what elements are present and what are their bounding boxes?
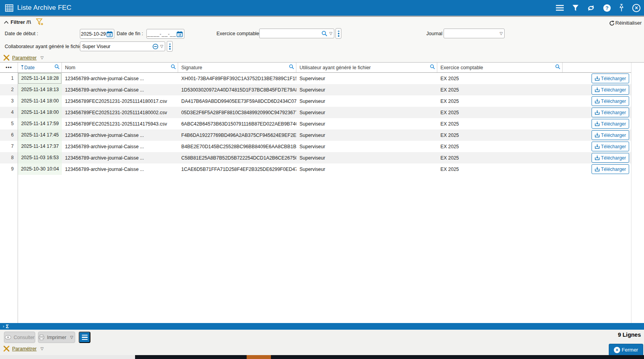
- download-button[interactable]: Télécharger: [592, 164, 629, 174]
- grid-icon: [5, 4, 13, 12]
- table-row[interactable]: 6 2025-11-14 17:45 123456789-archive-jou…: [0, 129, 631, 141]
- filter-add-icon[interactable]: [36, 18, 43, 27]
- row-number: 2: [0, 84, 18, 95]
- download-button[interactable]: Télécharger: [592, 74, 629, 83]
- reset-button[interactable]: Réinitialiser: [609, 20, 642, 26]
- chevron-down-icon[interactable]: ▽: [39, 346, 45, 351]
- download-button[interactable]: Télécharger: [592, 142, 629, 151]
- download-button[interactable]: Télécharger: [592, 119, 629, 129]
- close-icon: ×: [614, 347, 620, 353]
- footer-menu-button[interactable]: [79, 332, 90, 343]
- chevron-down-icon[interactable]: ▽: [328, 31, 334, 36]
- column-header-nom[interactable]: Nom: [62, 63, 178, 72]
- cell-date[interactable]: 2025-10-30 10:04: [18, 163, 62, 175]
- date-fin-input[interactable]: ____-__-__ 15: [146, 29, 184, 39]
- cell-date[interactable]: 2025-11-14 17:37: [18, 141, 62, 152]
- exercice-more-button[interactable]: [336, 28, 341, 39]
- cell-exercice: EX 2025: [437, 133, 563, 138]
- exercice-input[interactable]: ▽: [259, 29, 334, 38]
- minus-circle-icon[interactable]: [152, 43, 159, 50]
- download-button[interactable]: Télécharger: [592, 153, 629, 163]
- tools-icon: [3, 345, 10, 352]
- table-row[interactable]: 3 2025-11-14 18:00 123456789FEC20251231-…: [0, 95, 631, 107]
- cell-date[interactable]: 2025-11-14 18:00: [18, 95, 62, 107]
- sort-indicator: 1: [21, 65, 23, 70]
- column-header-utilisateur[interactable]: Utilisateur ayant généré le fichier: [296, 63, 437, 72]
- cell-signature: C58B81E25A8B7B52D5B722254DCD1A2B6CE26750…: [178, 155, 296, 161]
- pin-icon[interactable]: [619, 4, 624, 12]
- cell-date[interactable]: 2025-11-14 18:28: [18, 73, 62, 84]
- printer-icon: [38, 334, 45, 340]
- search-icon[interactable]: [54, 64, 60, 71]
- filter-header[interactable]: Filtrer /!\: [4, 19, 31, 25]
- journal-input[interactable]: ▽: [444, 29, 505, 38]
- search-icon[interactable]: [321, 31, 328, 37]
- collaborateur-more-button[interactable]: [167, 41, 173, 52]
- download-button[interactable]: Télécharger: [592, 85, 629, 95]
- cell-signature: DA417B6A9ABDD99405EE73F59A8DCD6D2434C071…: [178, 99, 296, 104]
- close-icon[interactable]: ×: [632, 4, 640, 12]
- table-body: 1 2025-11-14 18:28 123456789-archive-jou…: [0, 73, 631, 175]
- table-row[interactable]: 9 2025-10-30 10:04 123456789-archive-jou…: [0, 163, 631, 175]
- imprimer-button[interactable]: Imprimer ▽: [38, 332, 75, 343]
- cell-utilisateur: Superviseur: [296, 167, 437, 172]
- summary-bar[interactable]: › Σ: [0, 323, 644, 330]
- footer-parametrer-link[interactable]: Paramétrer ▽: [3, 345, 45, 352]
- cell-date[interactable]: 2025-11-14 18:13: [18, 84, 62, 95]
- collaborateur-input[interactable]: Super Viseur ▽: [80, 41, 165, 51]
- cell-date[interactable]: 2025-11-14 17:45: [18, 129, 62, 141]
- date-debut-input[interactable]: 2025-10-29 15: [80, 29, 114, 39]
- chevron-down-icon[interactable]: ▽: [39, 56, 45, 60]
- cell-exercice: EX 2025: [437, 155, 563, 161]
- cell-exercice: EX 2025: [437, 99, 563, 104]
- chevron-down-icon[interactable]: ▽: [498, 31, 504, 36]
- download-button[interactable]: Télécharger: [592, 96, 629, 106]
- consulter-button[interactable]: Consulter: [4, 332, 35, 343]
- filter-panel: Filtrer /!\ Réinitialiser Date de début …: [0, 17, 644, 63]
- fermer-button[interactable]: × Fermer: [609, 344, 643, 356]
- footer-toolbar: Consulter Imprimer ▽ 9 Lignes Paramétrer…: [0, 330, 644, 355]
- table-row[interactable]: 2 2025-11-14 18:13 123456789-archive-jou…: [0, 84, 631, 95]
- refresh-icon[interactable]: [587, 4, 595, 12]
- table-row[interactable]: 5 2025-11-14 17:59 123456789FEC20251231-…: [0, 118, 631, 129]
- taskbar-dark-segment: [135, 355, 644, 359]
- row-number: 1: [0, 73, 18, 84]
- cell-date[interactable]: 2025-11-03 16:53: [18, 152, 62, 163]
- column-header-signature[interactable]: Signature: [178, 63, 296, 72]
- calendar-icon[interactable]: 15: [106, 31, 113, 37]
- table-row[interactable]: 4 2025-11-14 18:00 123456789FEC20251231-…: [0, 107, 631, 118]
- calendar-icon[interactable]: 15: [177, 31, 183, 37]
- filter-icon[interactable]: [572, 5, 579, 11]
- cell-signature: XH001-73BA4F89FBF392C1A3752D13BE7889C1F1…: [178, 76, 296, 81]
- chevron-down-icon[interactable]: ▽: [159, 44, 165, 48]
- download-icon: [595, 167, 600, 172]
- date-fin-label: Date de fin :: [117, 29, 143, 38]
- cell-signature: F4B6DA19227769BD496A2AB375CF945624E9EF2E…: [178, 133, 296, 138]
- cell-utilisateur: Superviseur: [296, 144, 437, 149]
- download-icon: [595, 133, 600, 138]
- search-icon[interactable]: [555, 64, 561, 71]
- column-header-actions: [563, 63, 631, 72]
- table-row[interactable]: 7 2025-11-14 17:37 123456789-archive-jou…: [0, 141, 631, 152]
- download-button[interactable]: Télécharger: [592, 130, 629, 140]
- expand-arrow-icon[interactable]: ›: [3, 324, 4, 328]
- help-icon[interactable]: ?: [603, 4, 611, 12]
- chevron-down-icon[interactable]: ▽: [69, 335, 75, 339]
- search-icon[interactable]: [289, 64, 294, 71]
- download-button[interactable]: Télécharger: [592, 108, 629, 117]
- download-icon: [595, 76, 600, 81]
- search-icon[interactable]: [430, 64, 435, 71]
- parametrer-link[interactable]: Paramétrer ▽: [3, 54, 45, 61]
- column-header-date[interactable]: 1 Date: [18, 63, 62, 72]
- menu-icon[interactable]: [556, 5, 564, 11]
- table-row[interactable]: 8 2025-11-03 16:53 123456789-archive-jou…: [0, 152, 631, 163]
- date-debut-value: 2025-10-29: [80, 31, 106, 37]
- table-row[interactable]: 1 2025-11-14 18:28 123456789-archive-jou…: [0, 73, 631, 84]
- date-debut-label: Date de début :: [5, 29, 38, 38]
- column-header-exercice[interactable]: Exercice comptable: [437, 63, 563, 72]
- cell-nom: 123456789-archive-journal-Caisse ...: [62, 155, 178, 161]
- cell-date[interactable]: 2025-11-14 18:00: [18, 107, 62, 118]
- cell-date[interactable]: 2025-11-14 17:59: [18, 118, 62, 129]
- table-corner-button[interactable]: •••: [0, 63, 18, 72]
- search-icon[interactable]: [171, 64, 176, 71]
